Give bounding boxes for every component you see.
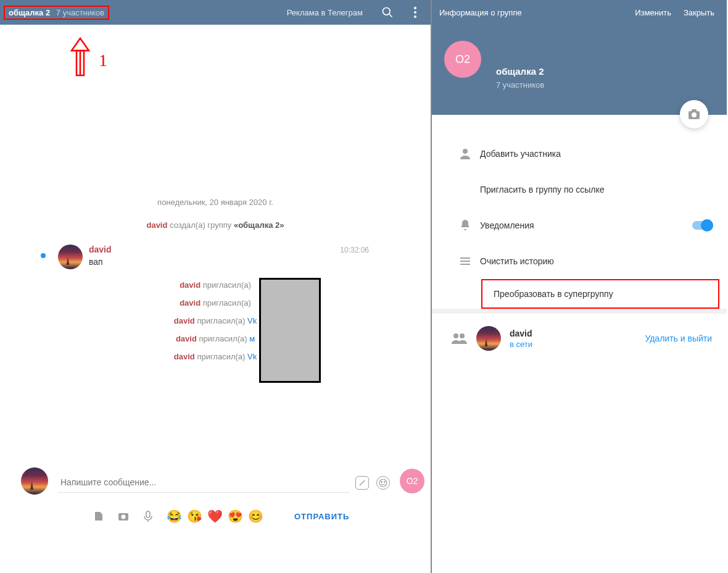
invite-line: david пригласил(а) Vk [25, 352, 406, 361]
annotation-arrow-1 [68, 37, 93, 77]
emoji-heart-eyes[interactable]: 😍 [228, 509, 243, 524]
invite-line: david пригласил(а) Vk [25, 316, 406, 325]
chat-title: общалка 2 [9, 8, 50, 17]
invite-line: david пригласил(а) [25, 280, 406, 290]
svg-line-6 [360, 480, 365, 485]
group-count: 7 участников [496, 80, 544, 90]
microphone-icon[interactable] [142, 510, 154, 522]
message-avatar[interactable] [58, 245, 83, 269]
emoji-joy[interactable]: 😂 [167, 509, 182, 524]
annotation-number-1: 1 [99, 51, 107, 70]
member-row[interactable]: david в сети Удалить и выйти [444, 321, 714, 356]
message-text: вап [89, 257, 406, 267]
notifications-toggle[interactable] [692, 221, 713, 230]
invite-line: david пригласил(а) м [25, 334, 406, 343]
chat-subtitle: 7 участников [56, 8, 104, 17]
notifications-option[interactable]: Уведомления [432, 207, 727, 243]
svg-point-2 [414, 7, 416, 9]
svg-point-14 [692, 112, 697, 117]
chat-header: общалка 2 7 участников Реклама в Телегра… [0, 0, 431, 25]
group-header: О2 общалка 2 7 участников [432, 25, 727, 115]
group-options: Добавить участника Пригласить в группу п… [432, 115, 727, 309]
info-title: Информация о группе [439, 8, 522, 17]
more-icon[interactable] [413, 6, 417, 19]
composer-toolbar: 😂 😘 ❤️ 😍 😊 ОТПРАВИТЬ [93, 509, 349, 524]
member-avatar[interactable] [476, 326, 501, 351]
composer-avatar[interactable] [21, 467, 48, 495]
search-icon[interactable] [381, 6, 394, 19]
ad-link[interactable]: Реклама в Телеграм [287, 8, 363, 17]
emoji-heart[interactable]: ❤️ [207, 509, 223, 524]
invite-line: david пригласил(а) [25, 298, 406, 307]
camera-icon[interactable] [117, 510, 130, 522]
attach-file-icon[interactable] [93, 510, 105, 522]
person-icon [450, 147, 480, 161]
svg-rect-12 [146, 511, 150, 517]
edit-button[interactable]: Изменить [635, 8, 671, 17]
system-created: david создал(а) группу «общалка 2» [25, 220, 406, 230]
chat-messages: понедельник, 20 января 2020 г. david соз… [0, 25, 431, 391]
send-avatar[interactable]: О2 [400, 469, 424, 493]
group-avatar[interactable]: О2 [444, 41, 481, 78]
svg-point-20 [453, 333, 458, 338]
member-status: в сети [510, 340, 532, 349]
members-icon [444, 332, 474, 345]
menu-lines-icon [450, 256, 480, 266]
message-time: 10:32:06 [340, 246, 369, 254]
send-button[interactable]: ОТПРАВИТЬ [294, 512, 349, 521]
info-header: Информация о группе Изменить Закрыть [432, 0, 727, 25]
emoji-quick-row: 😂 😘 ❤️ 😍 😊 [167, 509, 263, 524]
invite-block: david пригласил(а) david пригласил(а) da… [25, 280, 406, 391]
info-panel: Информация о группе Изменить Закрыть О2 … [432, 0, 727, 573]
svg-line-1 [389, 14, 392, 17]
member-name: david [510, 328, 532, 338]
chat-title-box[interactable]: общалка 2 7 участников [4, 6, 109, 20]
close-button[interactable]: Закрыть [684, 8, 714, 17]
emoji-smile[interactable]: 😊 [248, 509, 263, 524]
redacted-box [259, 278, 321, 383]
format-icon[interactable] [355, 476, 369, 490]
leave-button[interactable]: Удалить и выйти [645, 333, 712, 343]
emoji-kiss[interactable]: 😘 [187, 509, 202, 524]
add-member-option[interactable]: Добавить участника [432, 136, 727, 172]
svg-point-7 [379, 479, 387, 487]
message-input[interactable] [58, 472, 349, 493]
svg-rect-15 [692, 109, 697, 112]
emoji-picker-icon[interactable] [376, 476, 390, 490]
members-section: david в сети Удалить и выйти [432, 314, 727, 362]
divider [432, 309, 727, 314]
sys-user: david [146, 220, 167, 230]
svg-point-21 [460, 333, 465, 338]
message-row: david вап 10:32:06 [58, 245, 406, 269]
svg-point-16 [463, 149, 468, 154]
change-photo-button[interactable] [680, 100, 708, 128]
group-name: общалка 2 [496, 66, 544, 77]
convert-supergroup-option[interactable]: Преобразовать в супергруппу 2 [481, 279, 719, 309]
bell-icon [450, 219, 480, 232]
svg-point-11 [122, 515, 126, 519]
unread-dot-icon [41, 253, 46, 258]
date-separator: понедельник, 20 января 2020 г. [25, 198, 406, 207]
svg-point-0 [383, 8, 391, 15]
chat-panel: общалка 2 7 участников Реклама в Телегра… [0, 0, 432, 573]
invite-link-option[interactable]: Пригласить в группу по ссылке [432, 172, 727, 207]
svg-point-4 [414, 15, 416, 18]
svg-point-3 [414, 11, 416, 14]
svg-point-8 [381, 481, 383, 482]
clear-history-option[interactable]: Очистить историю [432, 243, 727, 279]
message-composer: О2 [58, 472, 390, 493]
svg-point-9 [384, 481, 386, 482]
sys-group: «общалка 2» [234, 220, 284, 230]
